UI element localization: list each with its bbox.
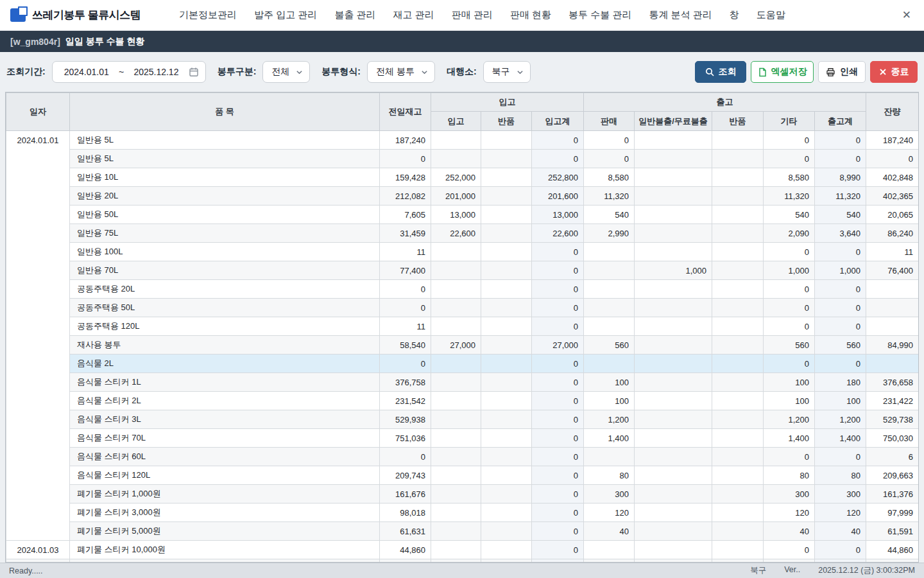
cell-out-ret[interactable]	[712, 187, 764, 206]
cell-etc[interactable]: 0	[764, 448, 815, 466]
menu-item-10[interactable]: 도움말	[757, 9, 785, 21]
cell-in-tot[interactable]: 0	[532, 355, 584, 373]
cell-out-tot[interactable]: 3,640	[815, 224, 866, 243]
cell-etc[interactable]: 540	[764, 206, 815, 224]
cell-out-ret[interactable]	[712, 206, 764, 224]
cell-out-ret[interactable]	[712, 485, 764, 504]
cell-etc[interactable]: 0	[764, 280, 815, 299]
cell-prev[interactable]: 0	[380, 150, 431, 168]
cell-remain[interactable]: 231,422	[866, 392, 919, 410]
table-row[interactable]: 일반용 75L31,45922,60022,6002,9902,0903,640…	[6, 224, 919, 243]
cell-issue[interactable]	[635, 206, 712, 224]
cell-prev[interactable]: 0	[380, 280, 431, 299]
cell-out-tot[interactable]: 120	[815, 504, 866, 522]
cell-sale[interactable]	[584, 243, 635, 261]
cell-out-tot[interactable]: 8,990	[815, 168, 866, 187]
cell-etc[interactable]: 560	[764, 336, 815, 355]
cell-etc[interactable]: 0	[764, 317, 815, 336]
cell-sale[interactable]	[584, 280, 635, 299]
cell-out-tot[interactable]: 40	[815, 522, 866, 541]
menu-item-8[interactable]: 통계 분석 관리	[649, 9, 712, 21]
cell-out-ret[interactable]	[712, 541, 764, 559]
cell-sale[interactable]: 2,990	[584, 224, 635, 243]
search-button[interactable]: 조회	[695, 61, 746, 83]
cell-in[interactable]: 27,000	[431, 336, 481, 355]
cell-in-tot[interactable]: 0	[532, 429, 584, 448]
cell-issue[interactable]	[635, 187, 712, 206]
cell-out-tot[interactable]: 1,200	[815, 410, 866, 429]
cell-remain[interactable]: 44,860	[866, 541, 919, 559]
cell-etc[interactable]: 40	[764, 522, 815, 541]
cell-out-tot[interactable]: 180	[815, 373, 866, 392]
table-row[interactable]: 음식물 스티커 3L529,93801,2001,2001,200529,738	[6, 410, 919, 429]
cell-prev[interactable]: 31,459	[380, 224, 431, 243]
cell-sale[interactable]	[584, 448, 635, 466]
cell-prev[interactable]: 161,676	[380, 485, 431, 504]
cell-etc[interactable]: 0	[764, 243, 815, 261]
cell-in-tot[interactable]: 0	[532, 243, 584, 261]
cell-prev[interactable]: 7,605	[380, 206, 431, 224]
cell-remain[interactable]	[866, 317, 919, 336]
cell-etc[interactable]: 100	[764, 373, 815, 392]
cell-prev[interactable]: 0	[380, 355, 431, 373]
cell-out-tot[interactable]: 0	[815, 448, 866, 466]
cell-out-tot[interactable]: 0	[815, 299, 866, 317]
table-row[interactable]: 음식물 2L0000	[6, 355, 919, 373]
table-row[interactable]: 일반용 5L000000	[6, 150, 919, 168]
bag-format-select[interactable]: 전체 봉투	[367, 61, 435, 83]
cell-in-ret[interactable]	[481, 168, 532, 187]
cell-etc[interactable]: 80	[764, 466, 815, 485]
cell-item[interactable]: 폐기물 스티커 3,000원	[70, 504, 380, 522]
cell-in[interactable]: 201,000	[431, 187, 481, 206]
cell-issue[interactable]	[635, 522, 712, 541]
menu-item-1[interactable]: 기본정보관리	[179, 9, 237, 21]
cell-item[interactable]: 음식물 2L	[70, 355, 380, 373]
cell-sale[interactable]: 100	[584, 373, 635, 392]
cell-remain[interactable]: 11	[866, 243, 919, 261]
cell-issue[interactable]	[635, 224, 712, 243]
cell-in-ret[interactable]	[481, 410, 532, 429]
cell-item[interactable]: 일반용 75L	[70, 224, 380, 243]
cell-in-ret[interactable]	[481, 392, 532, 410]
cell-out-tot[interactable]: 0	[815, 541, 866, 559]
excel-save-button[interactable]: 엑셀저장	[751, 61, 814, 83]
cell-in-tot[interactable]: 0	[532, 504, 584, 522]
cell-issue[interactable]	[635, 448, 712, 466]
cell-in-tot[interactable]: 0	[532, 410, 584, 429]
cell-prev[interactable]: 11	[380, 317, 431, 336]
cell-out-ret[interactable]	[712, 299, 764, 317]
cell-issue[interactable]	[635, 280, 712, 299]
cell-in[interactable]	[431, 373, 481, 392]
cell-item[interactable]: 음식물 스티커 60L	[70, 448, 380, 466]
table-row[interactable]: 음식물 스티커 2L231,5420100100100231,422	[6, 392, 919, 410]
cell-in-tot[interactable]: 13,000	[532, 206, 584, 224]
cell-in-ret[interactable]	[481, 299, 532, 317]
cell-etc[interactable]: 0	[764, 541, 815, 559]
cell-issue[interactable]	[635, 131, 712, 150]
cell-prev[interactable]: 529,938	[380, 410, 431, 429]
cell-remain[interactable]: 20,065	[866, 206, 919, 224]
cell-item[interactable]: 음식물 스티커 2L	[70, 392, 380, 410]
cell-out-tot[interactable]: 100	[815, 392, 866, 410]
cell-sale[interactable]: 560	[584, 336, 635, 355]
cell-remain[interactable]: 209,663	[866, 466, 919, 485]
cell-etc[interactable]: 1,400	[764, 429, 815, 448]
cell-in-ret[interactable]	[481, 131, 532, 150]
cell-item[interactable]: 일반용 20L	[70, 187, 380, 206]
menu-item-6[interactable]: 판매 현황	[510, 9, 551, 21]
cell-in-tot[interactable]: 22,600	[532, 224, 584, 243]
cell-out-tot[interactable]: 1,400	[815, 429, 866, 448]
cell-item[interactable]: 음식물 스티커 120L	[70, 466, 380, 485]
cell-remain[interactable]	[866, 299, 919, 317]
cell-etc[interactable]: 100	[764, 392, 815, 410]
cell-remain[interactable]: 0	[866, 150, 919, 168]
cell-etc[interactable]: 0	[764, 150, 815, 168]
cell-sale[interactable]: 11,320	[584, 187, 635, 206]
cell-out-tot[interactable]: 80	[815, 466, 866, 485]
cell-out-ret[interactable]	[712, 504, 764, 522]
cell-in-ret[interactable]	[481, 187, 532, 206]
cell-in-tot[interactable]: 0	[532, 522, 584, 541]
cell-etc[interactable]: 300	[764, 485, 815, 504]
print-button[interactable]: 인쇄	[818, 61, 866, 83]
cell-issue[interactable]	[635, 150, 712, 168]
